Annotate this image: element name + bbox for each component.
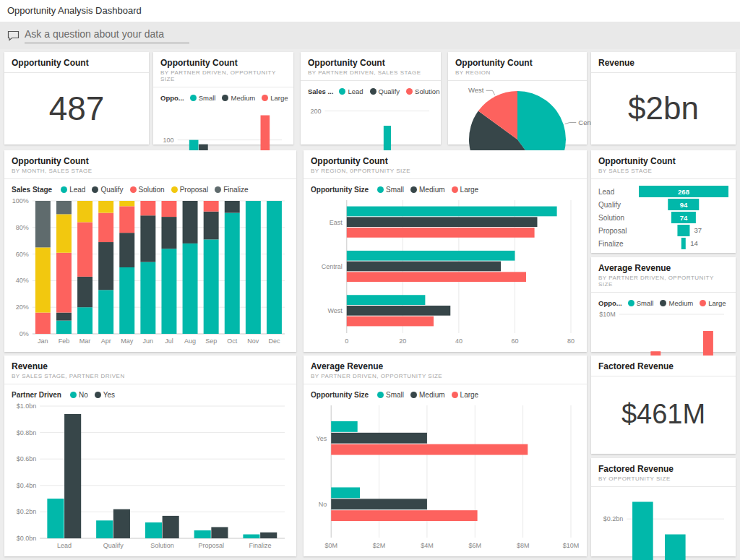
svg-text:Dec: Dec [268, 337, 280, 345]
svg-text:Qualify: Qualify [103, 542, 124, 549]
funnel-chart[interactable]: Lead268Qualify94Solution74Proposal37Fina… [598, 184, 728, 250]
svg-text:West: West [327, 307, 343, 314]
tile-header: Factored Revenue BY OPPORTUNITY SIZE [591, 458, 736, 487]
svg-text:Lead: Lead [57, 542, 72, 549]
app-title-bar: Opportunity Analysis Dashboard [0, 0, 740, 22]
svg-text:$2M: $2M [373, 542, 386, 549]
tile-revenue-by-stage-partner[interactable]: Revenue BY SALES STAGE, PARTNER DRIVEN P… [4, 356, 296, 556]
tile-header: Opportunity Count BY REGION, 0PPORTUNITY… [304, 150, 587, 179]
tile-header: Opportunity Count BY PARTNER DRIVEN, SAL… [301, 52, 441, 81]
svg-text:$10M: $10M [563, 542, 580, 549]
svg-text:Finalize: Finalize [249, 542, 272, 549]
tile-opportunity-count-card[interactable]: Opportunity Count 487 [4, 52, 149, 145]
chart-legend: Opportunity SizeSmallMediumLarge [311, 184, 580, 197]
svg-text:Aug: Aug [184, 337, 196, 345]
tile-avg-revenue-small[interactable]: Average Revenue BY PARTNER DRIVEN, OPPOR… [591, 257, 736, 352]
qa-bar: Ask a question about your data [0, 22, 740, 49]
svg-text:100: 100 [163, 137, 174, 144]
tile-title: Revenue [598, 58, 728, 68]
svg-text:Apr: Apr [101, 337, 111, 345]
svg-text:60%: 60% [16, 251, 29, 258]
tile-subtitle: BY PARTNER DRIVEN, SALES STAGE [308, 69, 434, 76]
svg-text:Oct: Oct [227, 337, 238, 345]
svg-text:$0.4bn: $0.4bn [17, 482, 37, 489]
svg-text:200: 200 [311, 108, 322, 115]
factored-revenue-value: $461M [621, 399, 705, 430]
speech-bubble-icon [7, 30, 20, 41]
qa-question-input[interactable]: Ask a question about your data [25, 28, 189, 43]
svg-text:20%: 20% [16, 303, 29, 311]
svg-text:100%: 100% [12, 197, 29, 204]
chart-legend: Oppo...SmallMediumLarge [598, 297, 728, 311]
horizontal-bar-chart[interactable]: $0M$2M$4M$6M$8M$10MYesNo [311, 402, 580, 551]
tile-title: Opportunity Count [12, 156, 289, 166]
svg-text:Sep: Sep [205, 337, 217, 345]
svg-text:$6M: $6M [469, 542, 482, 549]
horizontal-bar-chart[interactable]: 020406080EastCentralWest [311, 197, 580, 346]
svg-text:Proposal: Proposal [199, 542, 225, 549]
tile-count-by-region-size[interactable]: Opportunity Count BY REGION, 0PPORTUNITY… [304, 150, 587, 352]
tile-count-by-partner-stage[interactable]: Opportunity Count BY PARTNER DRIVEN, SAL… [301, 52, 441, 145]
svg-text:80: 80 [567, 337, 575, 345]
opportunity-count-value: 487 [49, 89, 105, 128]
tile-title: Factored Revenue [598, 361, 728, 371]
chart-legend: Partner DrivenNoYes [12, 389, 289, 402]
svg-text:40%: 40% [16, 277, 29, 284]
tile-avg-revenue-by-partner-size[interactable]: Average Revenue BY PARTNER DRIVEN, OPPOR… [304, 356, 587, 556]
svg-text:Yes: Yes [317, 435, 327, 442]
tile-title: Opportunity Count [160, 58, 286, 68]
tile-factored-revenue-card[interactable]: Factored Revenue $461M [591, 356, 736, 454]
revenue-value: $2bn [628, 90, 699, 126]
tile-header: Opportunity Count [4, 52, 149, 73]
svg-text:Solution: Solution [150, 542, 174, 549]
svg-text:Jan: Jan [38, 337, 48, 345]
tile-subtitle: BY REGION [455, 69, 580, 76]
svg-text:80%: 80% [16, 224, 29, 231]
tile-header: Average Revenue BY PARTNER DRIVEN, OPPOR… [591, 257, 736, 293]
svg-text:Nov: Nov [247, 337, 259, 345]
svg-text:Mar: Mar [79, 337, 91, 345]
tile-count-by-region[interactable]: Opportunity Count BY REGION CentralEastW… [448, 52, 587, 145]
tile-title: Opportunity Count [455, 58, 580, 68]
tile-title: Opportunity Count [311, 156, 580, 166]
stacked-column-chart[interactable]: 0%20%40%60%80%100%JanFebMarAprMayJunJulA… [12, 197, 289, 346]
tile-subtitle: BY MONTH, SALES STAGE [12, 168, 289, 174]
svg-text:Feb: Feb [59, 337, 70, 345]
tile-header: Factored Revenue [591, 356, 736, 376]
chart-legend: Oppo...SmallMediumLarge [160, 92, 286, 105]
tile-header: Opportunity Count BY MONTH, SALES STAGE [4, 150, 296, 179]
tile-count-by-partner-size[interactable]: Opportunity Count BY PARTNER DRIVEN, OPP… [153, 52, 293, 145]
svg-text:Jun: Jun [143, 337, 154, 345]
tile-header: Revenue [591, 52, 736, 73]
svg-text:$0M: $0M [324, 542, 337, 549]
tile-title: Opportunity Count [12, 58, 142, 68]
tile-count-by-month-stage[interactable]: Opportunity Count BY MONTH, SALES STAGE … [4, 150, 296, 352]
tile-title: Average Revenue [598, 263, 728, 273]
tile-subtitle: BY SALES STAGE [598, 168, 728, 174]
chart-legend: Sales ...LeadQualifySolution [308, 85, 434, 99]
svg-text:East: East [330, 219, 343, 226]
svg-text:$0.2bn: $0.2bn [603, 515, 624, 522]
svg-text:No: No [319, 501, 327, 508]
chart-legend: Sales StageLeadQualifySolutionProposalFi… [12, 184, 289, 197]
svg-text:60: 60 [511, 337, 518, 345]
svg-text:$0.0bn: $0.0bn [17, 535, 37, 542]
svg-text:$1.0bn: $1.0bn [17, 402, 37, 410]
svg-text:20: 20 [399, 337, 406, 345]
tile-count-by-sales-stage-funnel[interactable]: Opportunity Count BY SALES STAGE Lead268… [591, 150, 736, 253]
tile-subtitle: BY PARTNER DRIVEN, OPPORTUNITY SIZE [598, 275, 728, 288]
tile-revenue-card[interactable]: Revenue $2bn [591, 52, 736, 145]
tile-factored-revenue-by-size[interactable]: Factored Revenue BY OPPORTUNITY SIZE $0.… [591, 458, 736, 556]
svg-text:40: 40 [455, 337, 462, 345]
svg-text:$0.8bn: $0.8bn [17, 429, 37, 436]
tile-header: Average Revenue BY PARTNER DRIVEN, OPPOR… [304, 356, 587, 384]
tile-header: Opportunity Count BY PARTNER DRIVEN, OPP… [153, 52, 293, 87]
tile-title: Factored Revenue [598, 464, 728, 474]
svg-text:May: May [121, 337, 134, 345]
grouped-column-chart[interactable]: $0.0bn$0.2bn$0.4bn$0.6bn$0.8bn$1.0bnLead… [12, 402, 289, 551]
column-chart[interactable]: $0.0bn$0.2bnLargeMediumSmall [598, 491, 728, 560]
tile-subtitle: BY SALES STAGE, PARTNER DRIVEN [12, 373, 289, 379]
tile-header: Opportunity Count BY REGION [448, 52, 587, 81]
svg-text:$4M: $4M [421, 542, 434, 549]
dashboard-title: Opportunity Analysis Dashboard [7, 5, 142, 16]
